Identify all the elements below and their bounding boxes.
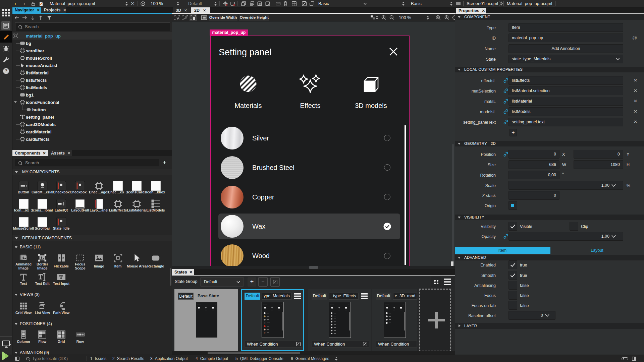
svg-text:?: ? [5, 68, 7, 73]
